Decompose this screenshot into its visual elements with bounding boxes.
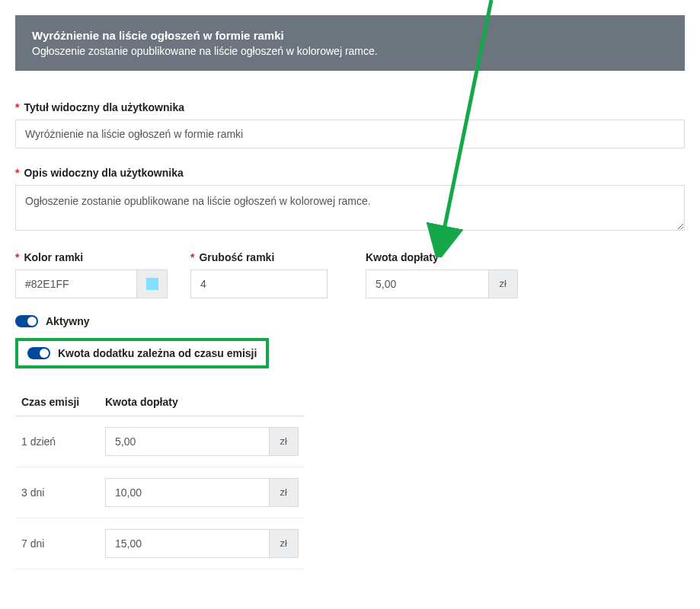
label-user-desc: * Opis widoczny dla użytkownika: [15, 167, 685, 179]
textarea-user-desc[interactable]: [15, 185, 685, 231]
input-frame-thickness[interactable]: [190, 269, 328, 298]
field-user-title: * Tytuł widoczny dla użytkownika: [15, 101, 685, 148]
cell-amount: zł: [105, 478, 299, 507]
header-subtitle: Ogłoszenie zostanie opublikowane na liśc…: [32, 45, 668, 57]
required-marker: *: [190, 251, 194, 263]
field-frame-color: * Kolor ramki: [15, 251, 168, 298]
required-marker: *: [15, 251, 19, 263]
emission-table: Czas emisji Kwota dopłaty 1 dzień zł 3 d…: [15, 390, 305, 569]
currency-unit: zł: [270, 529, 299, 558]
toggle-depends-time-row: Kwota dodatku zależna od czasu emisji: [15, 338, 269, 368]
th-emission-time: Czas emisji: [21, 396, 105, 408]
table-header: Czas emisji Kwota dopłaty: [15, 390, 305, 416]
currency-unit: zł: [270, 478, 299, 507]
cell-amount: zł: [105, 529, 299, 558]
input-user-title[interactable]: [15, 120, 685, 148]
toggle-active[interactable]: [15, 315, 38, 327]
cell-amount: zł: [105, 427, 299, 456]
field-surcharge: Kwota dopłaty zł: [366, 251, 518, 298]
input-row-amount[interactable]: [105, 478, 270, 507]
label-user-title: * Tytuł widoczny dla użytkownika: [15, 101, 685, 113]
toggle-active-label: Aktywny: [46, 315, 90, 327]
label-frame-thickness: * Grubość ramki: [190, 251, 328, 263]
color-input-wrap: [15, 269, 168, 298]
label-frame-color: * Kolor ramki: [15, 251, 168, 263]
color-picker-button[interactable]: [136, 270, 167, 298]
toggle-depends-time[interactable]: [27, 347, 50, 359]
table-row: 1 dzień zł: [15, 416, 305, 467]
input-row-amount[interactable]: [105, 427, 270, 456]
input-surcharge[interactable]: [366, 269, 489, 298]
table-row: 7 dni zł: [15, 518, 305, 569]
cell-time: 7 dni: [21, 537, 105, 550]
required-marker: *: [15, 101, 19, 113]
input-frame-color[interactable]: [16, 270, 136, 298]
toggle-active-row: Aktywny: [15, 315, 685, 327]
field-user-desc: * Opis widoczny dla użytkownika: [15, 167, 685, 233]
field-frame-thickness: * Grubość ramki: [190, 251, 328, 298]
table-row: 3 dni zł: [15, 467, 305, 518]
toggle-depends-time-label: Kwota dodatku zależna od czasu emisji: [58, 347, 257, 359]
form-container: Wyróżnienie na liście ogłoszeń w formie …: [0, 0, 700, 585]
input-row-amount[interactable]: [105, 529, 270, 558]
header-banner: Wyróżnienie na liście ogłoszeń w formie …: [15, 15, 685, 71]
currency-unit: zł: [270, 427, 299, 456]
cell-time: 3 dni: [21, 486, 105, 499]
label-surcharge: Kwota dopłaty: [366, 251, 518, 263]
required-marker: *: [15, 167, 19, 179]
color-swatch-icon: [146, 278, 158, 290]
settings-row: * Kolor ramki * Grubość ramki Kwota dopł…: [15, 251, 685, 298]
cell-time: 1 dzień: [21, 435, 105, 448]
th-surcharge: Kwota dopłaty: [105, 396, 299, 408]
amount-wrap: zł: [366, 269, 518, 298]
header-title: Wyróżnienie na liście ogłoszeń w formie …: [32, 29, 668, 42]
currency-unit: zł: [489, 269, 518, 298]
